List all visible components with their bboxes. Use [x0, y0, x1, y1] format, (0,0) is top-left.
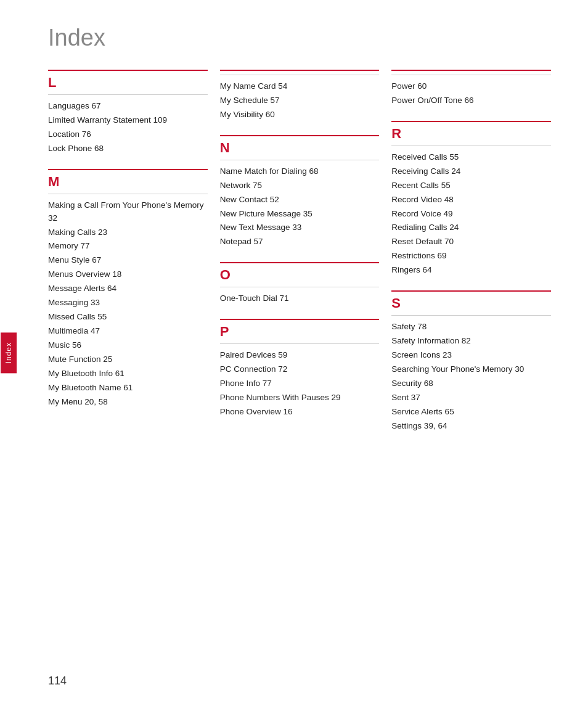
index-entry: Record Video 48: [391, 194, 551, 207]
index-entry: Lock Phone 68: [48, 142, 208, 155]
index-entry: My Schedule 57: [220, 94, 380, 107]
index-entry: Message Alerts 64: [48, 282, 208, 295]
index-entry: Redialing Calls 24: [391, 221, 551, 234]
index-entry: Missed Calls 55: [48, 311, 208, 324]
index-entry: Menus Overview 18: [48, 268, 208, 281]
page-title: Index: [48, 25, 563, 51]
thin-divider: [391, 146, 551, 146]
section-divider: [220, 135, 380, 136]
index-entry: Memory 77: [48, 240, 208, 253]
index-entry: Record Voice 49: [391, 208, 551, 221]
section-block-col2-2: OOne-Touch Dial 71: [220, 262, 380, 305]
index-entry: My Menu 20, 58: [48, 396, 208, 409]
index-entry: Music 56: [48, 339, 208, 352]
index-entry: New Contact 52: [220, 194, 380, 207]
section-letter-M: M: [48, 174, 208, 190]
section-letter-L: L: [48, 75, 208, 91]
index-entry: Making Calls 23: [48, 226, 208, 239]
section-divider: [220, 319, 380, 320]
section-divider: [391, 121, 551, 122]
index-entry: Recent Calls 55: [391, 179, 551, 192]
index-entry: Limited Warranty Statement 109: [48, 114, 208, 127]
index-entry: Receiving Calls 24: [391, 165, 551, 178]
section-block-col2-0: My Name Card 54My Schedule 57My Visibili…: [220, 70, 380, 121]
index-entry: Phone Info 77: [220, 377, 380, 390]
columns-wrapper: LLanguages 67Limited Warranty Statement …: [48, 70, 563, 446]
index-entry: New Text Message 33: [220, 221, 380, 234]
index-entry: One-Touch Dial 71: [220, 292, 380, 305]
index-entry: My Bluetooth Info 61: [48, 367, 208, 380]
index-entry: Making a Call From Your Phone's Memory 3…: [48, 199, 208, 225]
index-entry: Messaging 33: [48, 297, 208, 310]
section-block-col3-0: Power 60Power On/Off Tone 66: [391, 70, 551, 107]
index-entry: Searching Your Phone's Memory 30: [391, 363, 551, 376]
section-letter-O: O: [220, 267, 380, 283]
page-number: 114: [48, 675, 67, 688]
section-block-col3-2: SSafety 78Safety Information 82Screen Ic…: [391, 290, 551, 432]
index-entry: Power 60: [391, 80, 551, 93]
index-entry: Restrictions 69: [391, 250, 551, 263]
index-entry: Languages 67: [48, 100, 208, 113]
index-entry: Menu Style 67: [48, 254, 208, 267]
index-entry: Screen Icons 23: [391, 349, 551, 362]
thin-divider: [220, 287, 380, 287]
index-entry: Notepad 57: [220, 236, 380, 248]
thin-divider: [220, 75, 380, 75]
thin-divider: [391, 315, 551, 316]
section-divider: [391, 70, 551, 71]
section-block-col1-1: MMaking a Call From Your Phone's Memory …: [48, 169, 208, 409]
index-entry: Sent 37: [391, 392, 551, 404]
section-divider: [220, 70, 380, 71]
section-letter-S: S: [391, 295, 551, 311]
index-entry: Ringers 64: [391, 264, 551, 277]
index-entry: Phone Overview 16: [220, 406, 380, 419]
index-entry: Safety 78: [391, 321, 551, 334]
section-letter-R: R: [391, 126, 551, 142]
index-entry: Network 75: [220, 179, 380, 192]
column-1: LLanguages 67Limited Warranty Statement …: [48, 70, 220, 446]
sidebar-label: Index: [1, 332, 17, 373]
index-entry: Power On/Off Tone 66: [391, 94, 551, 107]
thin-divider: [220, 160, 380, 160]
sidebar-tab: Index: [0, 0, 17, 706]
index-entry: Multimedia 47: [48, 325, 208, 338]
index-entry: Service Alerts 65: [391, 406, 551, 419]
section-divider: [220, 262, 380, 263]
index-entry: Name Match for Dialing 68: [220, 165, 380, 178]
column-2: My Name Card 54My Schedule 57My Visibili…: [220, 70, 392, 446]
section-letter-P: P: [220, 324, 380, 340]
thin-divider: [391, 75, 551, 75]
section-block-col3-1: RReceived Calls 55Receiving Calls 24Rece…: [391, 121, 551, 277]
index-entry: Location 76: [48, 128, 208, 141]
thin-divider: [220, 343, 380, 344]
index-entry: Safety Information 82: [391, 335, 551, 348]
main-content: Index LLanguages 67Limited Warranty Stat…: [17, 0, 588, 706]
index-entry: Security 68: [391, 377, 551, 390]
section-block-col1-0: LLanguages 67Limited Warranty Statement …: [48, 70, 208, 155]
section-divider: [48, 169, 208, 170]
index-entry: PC Connection 72: [220, 363, 380, 376]
index-entry: New Picture Message 35: [220, 208, 380, 221]
column-3: Power 60Power On/Off Tone 66RReceived Ca…: [391, 70, 563, 446]
index-entry: My Name Card 54: [220, 80, 380, 93]
index-entry: Reset Default 70: [391, 236, 551, 248]
section-block-col2-1: NName Match for Dialing 68Network 75New …: [220, 135, 380, 249]
index-entry: Mute Function 25: [48, 353, 208, 366]
index-entry: Received Calls 55: [391, 151, 551, 164]
section-block-col2-3: PPaired Devices 59PC Connection 72Phone …: [220, 319, 380, 419]
index-entry: My Bluetooth Name 61: [48, 382, 208, 395]
section-letter-N: N: [220, 140, 380, 156]
page-container: Index Index LLanguages 67Limited Warrant…: [0, 0, 588, 706]
index-entry: My Visibility 60: [220, 109, 380, 121]
index-entry: Phone Numbers With Pauses 29: [220, 392, 380, 404]
section-divider: [391, 290, 551, 292]
section-divider: [48, 70, 208, 71]
thin-divider: [48, 194, 208, 194]
index-entry: Settings 39, 64: [391, 420, 551, 433]
index-entry: Paired Devices 59: [220, 349, 380, 362]
thin-divider: [48, 94, 208, 95]
